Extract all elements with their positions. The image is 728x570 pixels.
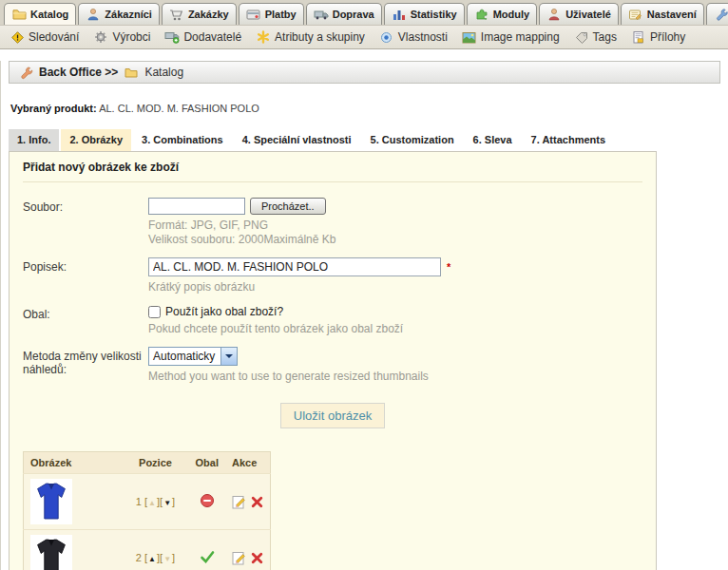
toolbar-item-label: Sledování (29, 30, 79, 44)
toolbar-item-label: Výrobci (112, 30, 150, 44)
tab-specialni-vlastnosti[interactable]: 4. Speciální vlastnosti (234, 129, 360, 151)
caption-row: Popisek: * Krátký popis obrázku (23, 257, 642, 294)
table-row: 1 [▲][▼] (24, 474, 271, 530)
toolbar-item-image-mapping[interactable]: Image mapping (462, 30, 560, 44)
tab-label: Katalog (30, 9, 68, 20)
header-pozice: Pozice (123, 452, 189, 474)
caption-input[interactable] (148, 257, 441, 276)
move-up-icon[interactable]: ▲ (147, 555, 157, 563)
tab-doprava[interactable]: Doprava (306, 3, 382, 25)
bracket: ] (172, 496, 175, 507)
selected-product-value: AL. CL. MOD. M. FASHION POLO (99, 103, 259, 114)
tab-statistiky[interactable]: Statistiky (384, 3, 465, 25)
tab-katalog[interactable]: Katalog (4, 3, 76, 25)
tab-obrazky[interactable]: 2. Obrázky (61, 129, 131, 151)
wrench-icon (714, 8, 728, 21)
resize-method-select[interactable]: Automaticky (148, 347, 238, 366)
toolbar-item-sledovani[interactable]: Sledování (10, 30, 79, 44)
file-label: Soubor: (23, 198, 148, 247)
toolbar-item-label: Dodavatelé (183, 30, 241, 44)
header-obrazek: Obrázek (24, 452, 123, 474)
table-header-row: Obrázek Pozice Obal Akce (24, 452, 271, 474)
folder-icon (11, 8, 27, 21)
breadcrumb-current[interactable]: Katalog (144, 66, 183, 79)
tab-label: Doprava (333, 9, 374, 20)
catalog-toolbar: Sledování Výrobci Dodavatelé Atributy a … (0, 25, 728, 49)
toolbar-item-vyrobci[interactable]: Výrobci (93, 30, 150, 44)
toolbar-item-dodavatele[interactable]: Dodavatelé (164, 30, 241, 44)
tab-nastaveni[interactable]: Nastavení (621, 3, 704, 25)
breadcrumb-root-link[interactable]: Back Office >> (39, 66, 118, 79)
puzzle-icon (474, 8, 489, 21)
hint-size: Velikost souboru: 2000Maximálně Kb (148, 233, 642, 247)
edit-icon[interactable] (232, 551, 246, 565)
cover-checkbox[interactable] (148, 306, 161, 318)
cover-label: Obal: (23, 305, 148, 336)
tab-label: Statistiky (411, 9, 457, 20)
payment-icon (246, 8, 261, 21)
file-row: Soubor: Procházet.. Formát: JPG, GIF, PN… (23, 198, 642, 247)
preferences-icon (628, 8, 643, 21)
tab-platby[interactable]: Platby (239, 3, 304, 25)
warning-diamond-icon (10, 30, 25, 44)
move-down-icon[interactable]: ▼ (163, 499, 172, 507)
selected-product-label: Vybraný produkt: (10, 103, 97, 114)
browse-button[interactable]: Procházet.. (250, 198, 326, 215)
delete-icon[interactable] (251, 496, 263, 508)
resize-method-hint: Method you want to use to generate resiz… (148, 370, 642, 384)
tab-nastroje[interactable]: Nástroje (706, 3, 728, 25)
toolbar-item-label: Atributy a skupiny (275, 30, 365, 44)
blue-polo-thumbnail[interactable] (30, 479, 72, 524)
images-table: Obrázek Pozice Obal Akce 1 [▲][▼] (23, 451, 271, 570)
toolbar-item-label: Přílohy (650, 30, 685, 44)
tab-zakazky[interactable]: Zakázky (162, 3, 237, 25)
cover-yes-icon[interactable] (200, 550, 215, 563)
header-obal: Obal (189, 452, 225, 474)
tag-icon (574, 30, 589, 44)
position-number: 1 (136, 496, 142, 507)
tab-zakaznici[interactable]: Zákazníci (78, 3, 160, 25)
cover-no-icon[interactable] (200, 493, 215, 508)
save-row: Uložit obrázek (23, 403, 642, 428)
customer-icon (86, 8, 101, 21)
tab-label: Platby (265, 9, 297, 20)
save-image-button[interactable]: Uložit obrázek (280, 403, 385, 428)
tab-customization[interactable]: 5. Customization (362, 129, 463, 151)
toolbar-item-vlastnosti[interactable]: Vlastnosti (379, 30, 448, 44)
gear-icon (93, 30, 108, 44)
toolbar-item-label: Tags (593, 30, 617, 44)
file-path-input[interactable] (148, 198, 245, 215)
toolbar-item-tags[interactable]: Tags (574, 30, 617, 44)
cover-checkbox-label: Použít jako obal zboží? (165, 305, 283, 318)
move-up-icon: ▲ (147, 499, 157, 507)
tab-label: Nastavení (647, 9, 697, 20)
toolbar-item-prilohy[interactable]: Přílohy (631, 30, 685, 44)
tab-label: Zákazníci (105, 9, 152, 20)
images-panel: Přidat nový obrázek ke zboží Soubor: Pro… (9, 151, 657, 570)
edit-icon[interactable] (232, 495, 246, 509)
delete-icon[interactable] (251, 552, 263, 564)
panel-title: Přidat nový obrázek ke zboží (23, 161, 642, 182)
main-tab-strip: Katalog Zákazníci Zakázky Platby Doprava… (0, 3, 728, 25)
cover-hint: Pokud chcete použít tento obrázek jako o… (148, 322, 642, 336)
resize-method-value: Automaticky (149, 348, 220, 365)
attachment-icon (631, 30, 646, 44)
tab-attachments[interactable]: 7. Attachments (523, 129, 614, 151)
tab-moduly[interactable]: Moduly (467, 3, 538, 25)
move-down-icon: ▼ (163, 555, 172, 563)
black-polo-thumbnail[interactable] (30, 535, 72, 570)
tab-combinations[interactable]: 3. Combinations (133, 129, 232, 151)
product-tab-strip: 1. Info. 2. Obrázky 3. Combinations 4. S… (9, 129, 720, 151)
folder-icon (124, 66, 139, 79)
caption-hint: Krátký popis obrázku (148, 280, 642, 294)
caption-label: Popisek: (23, 257, 148, 294)
toolbar-item-label: Vlastnosti (398, 30, 448, 44)
breadcrumb: Back Office >> Katalog (9, 61, 720, 84)
tab-sleva[interactable]: 6. Sleva (465, 129, 521, 151)
truck-icon (314, 8, 329, 21)
main-content: Back Office >> Katalog Vybraný produkt: … (0, 61, 728, 570)
tab-label: Uživatelé (565, 9, 611, 20)
toolbar-item-atributy[interactable]: Atributy a skupiny (256, 30, 365, 44)
tab-info[interactable]: 1. Info. (9, 129, 59, 151)
tab-uzivatele[interactable]: Uživatelé (539, 3, 619, 25)
